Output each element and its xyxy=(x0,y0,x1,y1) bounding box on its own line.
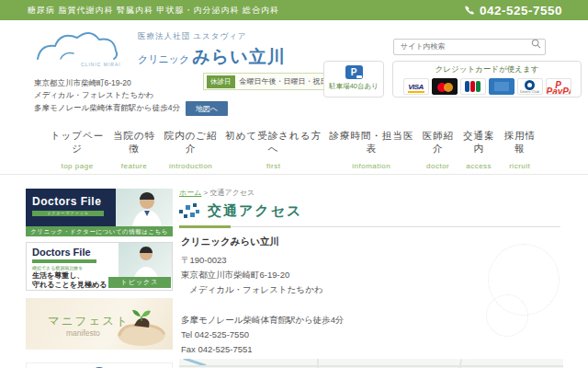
doctors-file-2-copy1: 生活を尊重し、 xyxy=(32,271,107,281)
departments-list: 糖尿病 脂質代謝内科 腎臓内科 甲状腺・内分泌内科 総合内科 xyxy=(28,5,279,17)
doctors-file-banner-1[interactable]: Doctors File ドクターズファイル クリニック・ドクターについての情報… xyxy=(26,189,173,236)
nav-item-feature[interactable]: 当院の特徴feature xyxy=(108,130,160,174)
doctors-file-2-lead: 継続できる糖尿病治療を xyxy=(32,265,83,270)
breadcrumb-current: 交通アクセス xyxy=(210,189,255,197)
tel-number: Tel 042-525-7550 xyxy=(181,328,345,342)
map-road xyxy=(179,365,563,367)
nav-item-access[interactable]: 交通案内access xyxy=(458,130,500,174)
breadcrumb-home-link[interactable]: ホーム xyxy=(179,189,201,197)
doctors-file-2-title: Doctors File xyxy=(32,247,91,258)
topics-button[interactable]: トピックス xyxy=(108,277,171,288)
visa-logo: VISA xyxy=(403,78,429,95)
doctors-file-caption: クリニック・ドクターについての情報はこちら xyxy=(26,226,173,236)
credit-card-info: クレジットカードが使えます VISA Diners Club PPayPay xyxy=(392,61,582,98)
header: CLINIC MIRAI 医療法人社団 ユスタヴィア クリニックみらい立川 休診… xyxy=(0,20,588,118)
search-icon[interactable] xyxy=(531,39,541,49)
parking-label: 駐車場40台あり xyxy=(324,82,383,91)
logo-organization: 医療法人社団 ユスタヴィア xyxy=(138,31,286,42)
access-route: 多摩モノレール柴崎体育館駅から徒歩4分 xyxy=(181,313,345,328)
address-line1: 東京都立川市柴崎町6-19-20 xyxy=(34,77,228,89)
fax-number: Fax 042-525-7551 xyxy=(181,342,345,357)
title-underline xyxy=(179,226,560,227)
doctors-file-2-copy2: 守れることを見極める xyxy=(32,281,107,290)
sidebar: Doctors File ドクターズファイル クリニック・ドクターについての情報… xyxy=(26,189,173,368)
manifesto-banner[interactable]: マニフェスト manifesto xyxy=(26,298,173,350)
amex-logo xyxy=(489,78,514,95)
nav-item-doctor[interactable]: 医師紹介doctor xyxy=(417,130,458,174)
doctor-photo-2 xyxy=(119,243,172,282)
site-search xyxy=(393,36,546,52)
nav-item-ricruit[interactable]: 採用情報ricruit xyxy=(499,130,540,174)
breadcrumb: ホーム > 交通アクセス xyxy=(179,188,254,198)
main-nav: トップページtop page当院の特徴feature院内のご紹介introduc… xyxy=(0,118,588,175)
parking-icon: P xyxy=(345,65,363,79)
access-info: クリニックみらい立川 〒190-0023 東京都立川市柴崎町6-19-20 メデ… xyxy=(181,234,345,357)
page: 糖尿病 脂質代謝内科 腎臓内科 甲状腺・内分泌内科 総合内科 042-525-7… xyxy=(0,0,588,368)
topbar: 糖尿病 脂質代謝内科 腎臓内科 甲状腺・内分泌内科 総合内科 042-525-7… xyxy=(0,0,588,20)
doctors-file-subtitle: ドクターズファイル xyxy=(32,211,104,216)
map-road-2 xyxy=(317,359,319,368)
main-content: ホーム > 交通アクセス 交通アクセス クリニックみらい立川 〒190-002 xyxy=(179,175,565,368)
clinic-name: クリニックみらい立川 xyxy=(181,234,345,248)
partial-banner[interactable] xyxy=(26,362,173,368)
doctors-file-banner-2[interactable]: Doctors File 継続できる糖尿病治療を 生活を尊重し、 守れることを見… xyxy=(26,242,173,291)
doctors-file-2-bar xyxy=(32,259,96,263)
header-phone[interactable]: 042-525-7550 xyxy=(464,4,562,17)
content: Doctors File ドクターズファイル クリニック・ドクターについての情報… xyxy=(0,175,588,368)
page-title: 交通アクセス xyxy=(208,202,302,220)
clouds-logo-icon: CLINIC MIRAI xyxy=(33,26,132,74)
map-link-button[interactable]: 地図へ xyxy=(186,101,228,116)
header-address: 東京都立川市柴崎町6-19-20 メディカル・フォレストたちかわ 多摩モノレール… xyxy=(34,77,228,116)
card-logos: VISA Diners Club PPayPay xyxy=(393,78,581,95)
nav-item-infomation[interactable]: 診療時間・担当医表infomation xyxy=(325,130,417,174)
logo-clinic-prefix: クリニック xyxy=(138,53,189,64)
closed-days-text: 金曜日午後・日曜日・祝日 xyxy=(240,76,328,86)
diners-club-logo: Diners Club xyxy=(517,78,543,95)
nav-item-top-page[interactable]: トップページtop page xyxy=(46,130,108,174)
paypay-logo: PPayPay xyxy=(546,78,571,95)
phone-icon xyxy=(464,5,475,16)
postal-code: 〒190-0023 xyxy=(181,253,345,268)
search-input[interactable] xyxy=(393,39,546,55)
parking-info[interactable]: P 駐車場40台あり xyxy=(323,61,384,98)
logo-text: 医療法人社団 ユスタヴィア クリニックみらい立川 xyxy=(138,31,286,69)
heading-dots-icon xyxy=(179,203,199,220)
address-line3: 多摩モノレール柴崎体育館駅から徒歩4分 xyxy=(34,103,180,112)
svg-text:CLINIC MIRAI: CLINIC MIRAI xyxy=(81,62,121,67)
nav-item-introduction[interactable]: 院内のご紹介introduction xyxy=(160,130,221,174)
doctors-file-title: Doctors File xyxy=(32,195,101,208)
address-2: メディカル・フォレストたちかわ xyxy=(181,282,345,297)
address-1: 東京都立川市柴崎町6-19-20 xyxy=(181,268,345,282)
logo-clinic-name: みらい立川 xyxy=(192,47,285,66)
doctor-photo xyxy=(116,189,173,226)
jcb-logo xyxy=(460,78,486,95)
decoration-circle-2 xyxy=(486,294,528,337)
clinic-logo[interactable]: CLINIC MIRAI 医療法人社団 ユスタヴィア クリニックみらい立川 xyxy=(33,26,286,74)
access-map[interactable] xyxy=(179,359,563,368)
credit-title: クレジットカードが使えます xyxy=(393,64,581,75)
phone-number: 042-525-7550 xyxy=(480,4,562,17)
breadcrumb-separator: > xyxy=(204,189,209,197)
address-line2: メディカル・フォレストたちかわ xyxy=(34,89,228,101)
hands-plant-image xyxy=(110,304,167,346)
mastercard-logo xyxy=(432,78,458,95)
nav-item-first[interactable]: 初めて受診される方へfirst xyxy=(221,130,325,174)
manifesto-subtitle: manifesto xyxy=(66,328,100,338)
